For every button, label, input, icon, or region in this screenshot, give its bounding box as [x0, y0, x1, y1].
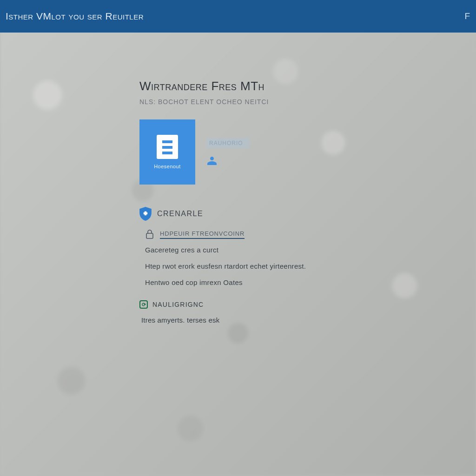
section-naulgrignc: ⟳ NAULIGRIGNC Itres amyerts. terses esk [139, 300, 476, 324]
primary-tile[interactable]: Hoesenout [139, 119, 195, 185]
paragraph-item: Hentwo oed cop imrexn Oates [145, 278, 476, 286]
tile-side: RAUHORIO [206, 138, 250, 166]
section2-body: Itres amyerts. terses esk [141, 316, 476, 324]
paragraph-list: Gacereteg cres a curct Htep rwot erork e… [145, 246, 476, 286]
paragraph-item: Gacereteg cres a curct [145, 246, 476, 254]
svg-rect-1 [144, 212, 148, 214]
tile-side-label: RAUHORIO [206, 138, 250, 148]
refresh-icon: ⟳ [139, 300, 148, 309]
main-content: Wirtrandere Fres MTh NLS: BOCHOT ELENT O… [0, 33, 476, 324]
person-icon [206, 155, 218, 166]
header-title: Isther VMlot you ser Reuitler [6, 11, 144, 22]
paragraph-item: Htep rwot erork eusfesn rtardort echet y… [145, 262, 476, 270]
document-icon [157, 135, 178, 159]
page-title: Wirtrandere Fres MTh [139, 79, 476, 93]
section-header: CRENARLE [139, 207, 476, 221]
section2-title: NAULIGRIGNC [152, 301, 204, 308]
tile-caption: Hoesenout [154, 164, 181, 169]
section-crenarle: CRENARLE HDPEUIR FTREONVCOINR Gacereteg … [139, 207, 476, 286]
subrow-label: HDPEUIR FTREONVCOINR [160, 230, 245, 239]
subrow-link[interactable]: HDPEUIR FTREONVCOINR [145, 229, 476, 239]
header-right-label: F [464, 11, 470, 21]
section2-header: ⟳ NAULIGRIGNC [139, 300, 476, 309]
lock-icon [145, 229, 154, 239]
shield-icon [139, 207, 152, 221]
tile-row: Hoesenout RAUHORIO [139, 119, 476, 185]
section-title: CRENARLE [157, 210, 203, 218]
page-subtitle: NLS: BOCHOT ELENT OCHEO NEITCI [139, 98, 476, 106]
svg-rect-2 [146, 233, 153, 238]
app-header: Isther VMlot you ser Reuitler F [0, 0, 476, 33]
title-block: Wirtrandere Fres MTh NLS: BOCHOT ELENT O… [139, 79, 476, 106]
